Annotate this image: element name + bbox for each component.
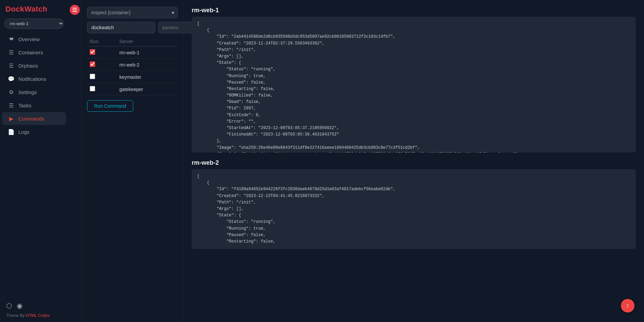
app-logo: DockWatch [0, 0, 68, 18]
theme-credit: Theme By HTML Codex [6, 313, 62, 318]
topbar [68, 0, 82, 322]
server-name-2: keymaster [117, 71, 178, 83]
logs-icon: 📄 [8, 129, 14, 135]
sidebar-item-label-overview: Overview [18, 36, 40, 42]
server-checkbox-3[interactable] [90, 86, 95, 91]
sidebar-item-label-containers: Containers [18, 50, 43, 55]
discord-icon[interactable]: ◉ [17, 302, 22, 310]
server-name-1: rm-web-2 [117, 59, 178, 71]
sidebar-nav: ❤Overview☰Containers☰Orphans💬Notificatio… [0, 32, 68, 139]
overview-icon: ❤ [8, 36, 14, 42]
sidebar-footer: ⬡ ◉ Theme By HTML Codex [0, 298, 68, 322]
server-checkbox-1[interactable] [90, 61, 95, 67]
output-box-1[interactable]: [ { "Id": "f4199a94652e944226f3fc2838dae… [192, 169, 636, 249]
server-table: Run Server rm-web-1rm-web-2keymastergate… [87, 37, 178, 95]
command-type-select[interactable]: inspect {container} [87, 7, 178, 18]
output-section-1: rm-web-2[ { "Id": "f4199a94652e944226f3f… [192, 159, 636, 249]
command-select-wrapper[interactable]: inspect {container} ▾ [87, 7, 178, 18]
orphans-icon: ☰ [8, 62, 14, 69]
table-row: rm-web-1 [87, 47, 178, 59]
server-checkbox-0[interactable] [90, 49, 95, 55]
server-select[interactable]: rm-web-1rm-web-2keymastergatekeeper [4, 18, 64, 29]
sidebar: DockWatch rm-web-1rm-web-2keymastergatek… [0, 0, 68, 322]
sidebar-item-overview[interactable]: ❤Overview [2, 33, 66, 46]
commands-icon: ▶ [8, 115, 14, 122]
server-dropdown-wrapper[interactable]: rm-web-1rm-web-2keymastergatekeeper [4, 18, 64, 29]
server-checkbox-2[interactable] [90, 74, 95, 79]
server-table-body: rm-web-1rm-web-2keymastergatekeeper [87, 47, 178, 95]
sidebar-item-tasks[interactable]: ☰Tasks [2, 99, 66, 112]
notifications-icon: 💬 [8, 76, 14, 82]
sidebar-item-logs[interactable]: 📄Logs [2, 125, 66, 138]
sidebar-item-label-commands: Commands [18, 116, 45, 122]
table-row: keymaster [87, 71, 178, 83]
sidebar-item-label-settings: Settings [18, 89, 37, 95]
table-row: rm-web-2 [87, 59, 178, 71]
command-inputs-row [87, 22, 178, 33]
server-name-3: gatekeeper [117, 83, 178, 95]
output-title-0: rm-web-1 [192, 7, 636, 14]
server-name-0: rm-web-1 [117, 47, 178, 59]
scroll-to-top-button[interactable]: ↑ [621, 299, 634, 312]
sidebar-item-settings[interactable]: ⚙Settings [2, 86, 66, 99]
sidebar-item-label-notifications: Notifications [18, 76, 46, 82]
output-title-1: rm-web-2 [192, 159, 636, 166]
run-column-header: Run [87, 37, 117, 47]
sidebar-item-containers[interactable]: ☰Containers [2, 46, 66, 59]
theme-link[interactable]: HTML Codex [26, 313, 50, 318]
main-content: inspect {container} ▾ Run Server rm-web-… [82, 0, 644, 322]
command-name-input[interactable] [87, 22, 155, 33]
settings-icon: ⚙ [8, 89, 14, 95]
output-section-0: rm-web-1[ { "Id": "2ab4414588de2d8cb9355… [192, 7, 636, 153]
github-icon[interactable]: ⬡ [6, 302, 12, 310]
sidebar-social-icons: ⬡ ◉ [6, 302, 62, 310]
sidebar-item-label-tasks: Tasks [18, 103, 31, 108]
sidebar-item-notifications[interactable]: 💬Notifications [2, 72, 66, 85]
sidebar-item-label-logs: Logs [18, 129, 30, 135]
tasks-icon: ☰ [8, 102, 14, 108]
server-column-header: Server [117, 37, 178, 47]
menu-toggle-button[interactable] [70, 5, 80, 15]
run-command-button[interactable]: Run Command [87, 100, 133, 112]
command-panel: inspect {container} ▾ Run Server rm-web-… [82, 0, 184, 322]
containers-icon: ☰ [8, 49, 14, 55]
sidebar-item-commands[interactable]: ▶Commands [2, 112, 66, 125]
output-box-0[interactable]: [ { "Id": "2ab4414588de2d8cb935588d3dc95… [192, 17, 636, 153]
sidebar-item-orphans[interactable]: ☰Orphans [2, 59, 66, 72]
table-row: gatekeeper [87, 83, 178, 95]
sidebar-item-label-orphans: Orphans [18, 63, 38, 69]
output-panel[interactable]: rm-web-1[ { "Id": "2ab4414588de2d8cb9355… [184, 0, 644, 322]
